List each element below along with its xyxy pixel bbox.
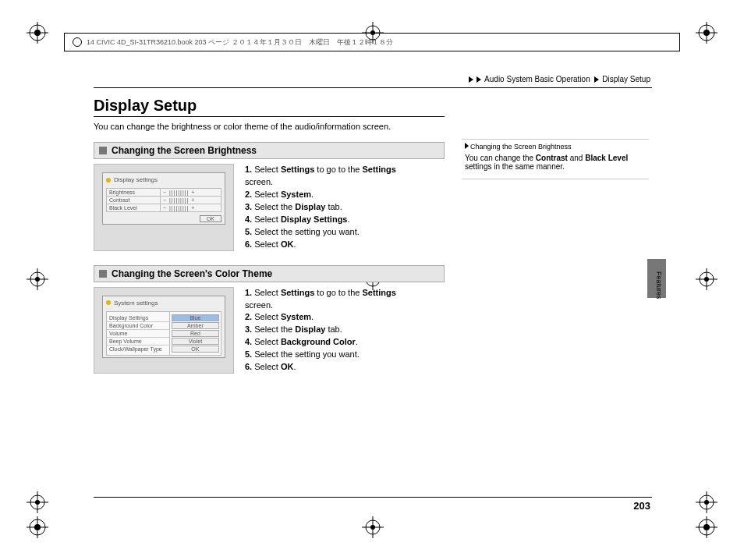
thumb-slider: − ||||||||| + (160, 189, 221, 197)
title-rule (94, 116, 445, 117)
thumb-option: Violet (172, 338, 219, 345)
chevron-right-icon (465, 143, 469, 149)
crop-mark-icon (696, 516, 717, 538)
steps-brightness: 1. Select Settings to go to the Settings… (245, 164, 445, 251)
thumb-option: Red (172, 330, 219, 337)
thumbnail-display-settings: Display settings Brightness− ||||||||| +… (94, 164, 234, 251)
thumb-title: Display settings (114, 176, 158, 183)
crop-mark-icon (696, 268, 717, 290)
thumb-row-label: Black Level (107, 204, 161, 212)
chevron-right-icon (469, 76, 473, 83)
sidenote-body: You can change the Contrast and Black Le… (465, 154, 646, 171)
crop-mark-icon (362, 516, 384, 538)
thumb-list-item: Display Settings (107, 314, 169, 322)
section-heading-text: Changing the Screen's Color Theme (112, 268, 272, 279)
thumb-option: Blue (172, 314, 219, 321)
thumb-list-item: Volume (107, 330, 169, 338)
crop-mark-icon (27, 516, 48, 538)
rule-bottom (94, 497, 652, 498)
thumb-row-label: Brightness (107, 189, 161, 197)
crop-mark-icon (27, 491, 48, 513)
page-number: 203 (633, 500, 650, 512)
main-content: Display Setup You can change the brightn… (94, 97, 445, 388)
breadcrumb-a: Audio System Basic Operation (484, 75, 590, 83)
breadcrumb-b: Display Setup (602, 75, 650, 83)
crop-mark-icon (27, 268, 48, 290)
page-dot-icon (73, 37, 82, 47)
sidenote: Changing the Screen Brightness You can c… (462, 139, 649, 179)
sidenote-heading: Changing the Screen Brightness (465, 143, 646, 151)
thumb-list-item: Beep Volume (107, 338, 169, 346)
thumb-option: OK (172, 346, 219, 353)
file-info-bar: 14 CIVIC 4D_SI-31TR36210.book 203 ページ ２０… (64, 33, 680, 51)
section-brightness-heading: Changing the Screen Brightness (94, 142, 445, 159)
dot-icon (106, 178, 111, 183)
thumb-list-item: Clock/Wallpaper Type (107, 346, 169, 353)
chevron-right-icon (477, 76, 481, 83)
thumb-row-label: Contrast (107, 197, 161, 204)
thumb-option: Amber (172, 322, 219, 329)
intro-text: You can change the brightness or color t… (94, 122, 445, 131)
page-title: Display Setup (94, 97, 445, 115)
thumbnail-system-settings: System settings Display Settings Backgro… (94, 287, 234, 374)
section-color-heading: Changing the Screen's Color Theme (94, 265, 445, 282)
rule-top (94, 87, 652, 88)
crop-mark-icon (696, 491, 717, 513)
file-info-text: 14 CIVIC 4D_SI-31TR36210.book 203 ページ ２０… (87, 37, 393, 48)
chevron-right-icon (594, 76, 599, 83)
thumb-slider: − ||||||||| + (160, 197, 221, 204)
steps-color: 1. Select Settings to go to the Settings… (245, 287, 445, 374)
crop-mark-icon (27, 22, 48, 44)
thumb-ok-button: OK (200, 215, 221, 222)
crop-mark-icon (696, 22, 717, 44)
breadcrumb: Audio System Basic Operation Display Set… (467, 75, 650, 83)
square-bullet-icon (99, 270, 107, 278)
thumb-list-item: Background Color (107, 322, 169, 330)
section-heading-text: Changing the Screen Brightness (112, 145, 257, 156)
square-bullet-icon (99, 147, 107, 154)
thumb-title: System settings (114, 299, 158, 307)
dot-icon (106, 300, 111, 305)
features-label: Features (655, 271, 663, 299)
thumb-slider: − ||||||||| + (160, 204, 221, 212)
